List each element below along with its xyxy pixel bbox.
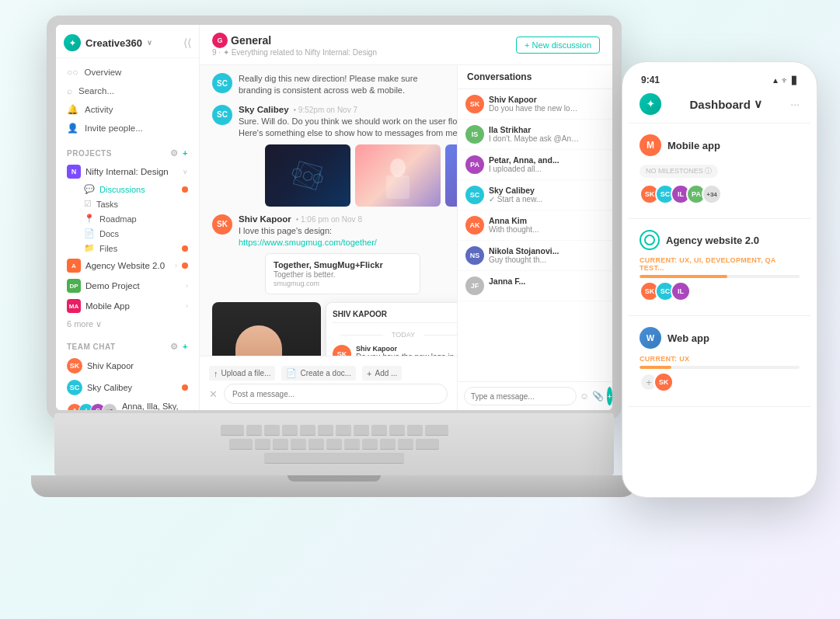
img-inner-2 [355,144,441,207]
msg-time-2: • 9:52pm on Nov 7 [294,106,357,114]
img-svg-2 [378,152,417,199]
tasks-label: Tasks [96,200,118,209]
docs-label: Docs [99,229,119,238]
projects-add-icon[interactable]: + [183,148,188,158]
phone-project-header-2: Agency website 2.0 [640,230,800,250]
group-av-count: +2 [102,403,117,410]
sub-item-docs[interactable]: 📄 Docs [56,226,199,241]
kb-key-p [407,425,423,436]
conv-input-field[interactable] [464,387,577,405]
project-item-mobile[interactable]: MA Mobile App › [56,296,199,316]
conv-attach-icon[interactable]: 📎 [592,391,604,402]
no-milestones-badge: NO MILESTONES ⓘ [640,165,718,178]
msg-header-2: Sky Calibey • 9:52pm on Nov 7 [239,105,457,114]
sky-badge [182,384,188,391]
link-preview-card: Together, SmugMug+Flickr Together is bet… [265,253,420,294]
team-add-icon[interactable]: + [183,342,188,352]
svg-rect-0 [294,161,322,190]
project-item-agency[interactable]: A Agency Website 2.0 › [56,256,199,276]
conv-item-6[interactable]: NS Nikola Stojanovi... Guy thought th... [458,241,612,271]
kb-key-k [380,439,396,450]
conv-msg-1: Do you have the new logo in .png? [489,104,582,113]
phone-menu-icon[interactable]: ··· [790,98,800,110]
add-button[interactable]: + Add ... [362,366,402,381]
agency-progress-label: CURRENT: UX, UI, DEVELOPMENT, QA TEST... [640,256,800,272]
conv-send-button[interactable]: + [607,387,612,405]
sub-item-discussions[interactable]: 💬 Discussions [56,182,199,196]
laptop-screen: ✦ Creative360 ∨ ⟨⟨ ○○ Overview ⌕ Search.… [56,25,612,410]
phone-project-header-3: W Web app [640,327,800,349]
conv-item-2[interactable]: IS Ila Strikhar I don't. Maybe ask @Anna… [458,120,612,150]
phone-project-name-3: Web app [667,332,709,344]
new-discussion-button[interactable]: + New discussion [516,37,600,54]
projects-section-header: PROJECTS ⚙ + [56,142,199,162]
project-item-nifty[interactable]: N Nifty Internal: Design ∨ [56,162,199,182]
sub-item-files[interactable]: 📁 Files [56,241,199,256]
files-label: Files [99,244,117,253]
chat-toolbar: ↑ Upload a file... 📄 Create a doc... + A… [209,363,448,384]
sidebar-item-activity[interactable]: 🔔 Activity [56,100,199,119]
conv-avatar-2: IS [465,125,484,144]
conv-item-1[interactable]: SK Shiv Kapoor Do you have the new logo … [458,89,612,120]
nifty-chevron: ∨ [183,168,188,176]
msg-author-3: Shiv Kapoor [239,214,291,224]
img-inner-3 [445,144,457,207]
link-url: smugmug.com [274,280,383,287]
agency-badge [182,263,188,269]
conv-item-7[interactable]: JF Janna F... [458,271,612,301]
phone-logo: ✦ [640,93,661,115]
conv-item-3[interactable]: PA Petar, Anna, and... I uploaded all... [458,150,612,180]
image-thumb-3 [445,144,457,207]
img-inner-1 [265,144,350,207]
phone-title[interactable]: Dashboard ∨ [689,97,762,111]
webapp-progress-fill [640,366,671,369]
mobile-av-count: +34 [702,184,722,204]
search-label: Search... [78,86,114,96]
overview-icon: ○○ [67,67,78,78]
sub-item-roadmap[interactable]: 📍 Roadmap [56,211,199,226]
msg-body-1: Really dig this new direction! Please ma… [239,73,444,97]
webapp-progress-bar [640,366,800,369]
create-doc-button[interactable]: 📄 Create a doc... [281,366,356,381]
agency-circle-icon [640,230,660,250]
sub-item-tasks[interactable]: ☑ Tasks [56,196,199,211]
agency-progress-bar [640,275,800,278]
conv-bottom: ☺ 📎 + [458,381,612,410]
conv-body-5: Anna Kim With thought... [489,216,605,235]
team-member-group[interactable]: A I S +2 Anna, Illa, Sky, Peta... [56,398,199,410]
chat-input-field[interactable] [224,384,448,404]
photo-inner [212,302,321,356]
projects-more-link[interactable]: 6 more ∨ [56,316,199,332]
projects-settings-icon[interactable]: ⚙ [170,148,179,158]
team-member-shiv[interactable]: SK Shiv Kapoor [56,355,199,377]
popup-av-1: SK [333,345,351,356]
upload-file-button[interactable]: ↑ Upload a file... [209,366,275,381]
svg-rect-3 [386,176,410,199]
msg-avatar-2: SC [212,105,232,125]
phone-project-name-2: Agency website 2.0 [666,235,759,246]
sidebar-item-overview[interactable]: ○○ Overview [56,63,199,82]
roadmap-label: Roadmap [99,214,137,224]
project-item-demo[interactable]: DP Demo Project › [56,276,199,296]
team-member-sky[interactable]: SC Sky Calibey [56,377,199,398]
sidebar-item-search[interactable]: ⌕ Search... [56,82,199,100]
files-icon: 📁 [84,243,95,253]
conv-item-5[interactable]: AK Anna Kim With thought... [458,210,612,241]
kb-key-t [318,425,333,436]
link-content: Together, SmugMug+Flickr Together is bet… [274,260,383,287]
signal-icon: ▲ [772,76,779,85]
smugmug-link[interactable]: https://www.smugmug.com/together/ [239,238,377,247]
kb-key-q [246,425,262,436]
channel-header: G General 9 · ✦ Everything related to Ni… [200,25,612,65]
cancel-post-icon[interactable]: ✕ [209,388,218,400]
conv-item-4[interactable]: SC Sky Calibey ✓ Start a new... [458,180,612,210]
member-name-shiv: Shiv Kapoor [87,361,188,370]
msg-header-3: Shiv Kapoor • 1:06 pm on Nov 8 [239,214,444,224]
wifi-icon: ᯤ [782,76,789,85]
sidebar-collapse-icon[interactable]: ⟨⟨ [183,37,191,49]
conv-emoji-icon[interactable]: ☺ [580,391,589,402]
battery-icon: ▊ [792,76,798,85]
team-settings-icon[interactable]: ⚙ [170,342,179,352]
conv-avatar-6: NS [465,246,484,265]
sidebar-item-invite[interactable]: 👤 Invite people... [56,119,199,137]
